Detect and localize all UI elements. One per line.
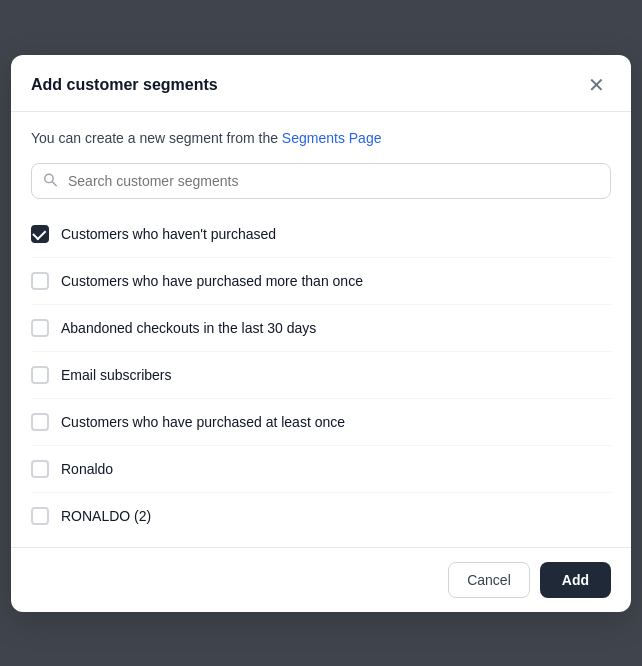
segment-list: Customers who haven't purchasedCustomers… <box>31 211 611 539</box>
add-button[interactable]: Add <box>540 562 611 598</box>
segment-label: RONALDO (2) <box>61 508 151 524</box>
segment-checkbox[interactable] <box>31 507 49 525</box>
modal-header: Add customer segments ✕ <box>11 55 631 112</box>
segment-checkbox[interactable] <box>31 319 49 337</box>
modal-footer: Cancel Add <box>11 547 631 612</box>
segment-label: Abandoned checkouts in the last 30 days <box>61 320 316 336</box>
segment-item[interactable]: RONALDO (2) <box>31 493 611 539</box>
info-text: You can create a new segment from the Se… <box>31 128 611 149</box>
segment-checkbox[interactable] <box>31 460 49 478</box>
segment-item[interactable]: Customers who have purchased at least on… <box>31 399 611 446</box>
segment-checkbox[interactable] <box>31 272 49 290</box>
cancel-button[interactable]: Cancel <box>448 562 530 598</box>
segment-label: Email subscribers <box>61 367 171 383</box>
search-input[interactable] <box>31 163 611 199</box>
search-wrapper <box>31 163 611 199</box>
segment-item[interactable]: Email subscribers <box>31 352 611 399</box>
segment-checkbox[interactable] <box>31 366 49 384</box>
segment-label: Customers who have purchased at least on… <box>61 414 345 430</box>
segment-checkbox[interactable] <box>31 413 49 431</box>
segment-item[interactable]: Ronaldo <box>31 446 611 493</box>
segment-checkbox[interactable] <box>31 225 49 243</box>
modal-title: Add customer segments <box>31 76 218 94</box>
segment-item[interactable]: Customers who have purchased more than o… <box>31 258 611 305</box>
segment-item[interactable]: Customers who haven't purchased <box>31 211 611 258</box>
close-icon: ✕ <box>588 75 605 95</box>
segment-item[interactable]: Abandoned checkouts in the last 30 days <box>31 305 611 352</box>
segment-label: Customers who have purchased more than o… <box>61 273 363 289</box>
segment-label: Ronaldo <box>61 461 113 477</box>
close-button[interactable]: ✕ <box>582 73 611 97</box>
segments-page-link[interactable]: Segments Page <box>282 130 382 146</box>
modal-overlay: Add customer segments ✕ You can create a… <box>0 0 642 666</box>
segment-label: Customers who haven't purchased <box>61 226 276 242</box>
add-customer-segments-modal: Add customer segments ✕ You can create a… <box>11 55 631 612</box>
modal-body: You can create a new segment from the Se… <box>11 112 631 547</box>
